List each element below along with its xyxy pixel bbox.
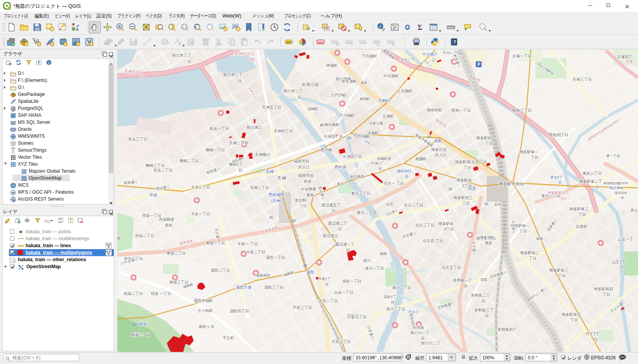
svg-text:目: 目 [298,95,302,99]
svg-text:丁目: 丁目 [558,274,566,278]
svg-text:天神北出口: 天神北出口 [124,69,144,74]
svg-text:福岡市役: 福岡市役 [298,173,314,178]
svg-text:博多駅前: 博多駅前 [456,178,472,182]
svg-text:大宮一丁目: 大宮一丁目 [319,299,338,303]
svg-text:清川二丁目: 清川二丁目 [392,286,411,290]
svg-text:博多駅東一: 博多駅東一 [519,150,539,154]
svg-text:比恵町: 比恵町 [576,224,588,229]
svg-text:大宮二丁目: 大宮二丁目 [331,340,351,344]
svg-text:2丁目: 2丁目 [462,184,472,188]
svg-text:ε: ε [45,218,47,223]
svg-text:祇園町: 祇園町 [415,157,427,161]
svg-text:所入口: 所入口 [298,165,310,169]
svg-text:舞鶴一丁目: 舞鶴一丁目 [206,148,225,152]
svg-text:住吉四 丁目: 住吉四 丁目 [423,239,444,243]
svg-text:福岡市役: 福岡市役 [294,159,309,163]
svg-text:編集(E): 編集(E) [34,13,49,19]
svg-text:プラグイン(P): プラグイン(P) [118,13,140,19]
svg-text:中呉服町: 中呉服町 [383,74,399,78]
svg-text:天神四丁目: 天神四丁目 [274,129,293,133]
svg-text:空港通: 空港通 [599,50,609,50]
svg-text:赤坂郵便: 赤坂郵便 [159,217,174,222]
svg-text:博多駅前: 博多駅前 [438,222,454,226]
svg-text:目: 目 [485,314,489,318]
svg-text:目: 目 [332,209,336,213]
svg-text:局前: 局前 [165,223,172,227]
svg-text:網場町: 網場町 [360,97,370,101]
svg-text:古小烏町: 古小烏町 [198,309,213,313]
svg-text:堅粕四丁目: 堅粕四丁目 [549,133,569,137]
svg-text:神屋町: 神屋町 [326,63,338,68]
svg-text:春吉三丁目: 春吉三丁目 [351,191,371,196]
svg-text:203: 203 [560,196,566,200]
svg-text:abc: abc [347,41,351,43]
svg-text:住吉三丁目: 住吉三丁目 [415,223,435,227]
svg-text:住吉: 住吉 [386,202,394,206]
svg-text:東光2丁: 東光2丁 [550,175,563,179]
svg-text:千代二丁: 千代二丁 [400,58,414,62]
svg-text:署前: 署前 [485,241,492,245]
svg-text:丁目: 丁目 [602,292,610,296]
svg-text:警固三丁目: 警固三丁目 [169,280,189,284]
svg-text:abc: abc [286,40,291,44]
svg-text:4丁目: 4丁目 [444,227,454,231]
svg-text:目: 目 [482,299,485,303]
svg-text:山王一丁: 山王一丁 [618,237,633,241]
svg-text:丁目: 丁目 [578,212,586,217]
svg-text:柳橋: 柳橋 [380,252,387,256]
svg-text:データベース(D): データベース(D) [190,13,216,19]
svg-text:薬院四丁目: 薬院四丁目 [230,309,249,313]
svg-text:abc: abc [388,41,393,43]
svg-text:博多駅東三: 博多駅東三 [569,207,589,211]
svg-text:長浜二丁目: 長浜二丁目 [153,168,173,172]
svg-text:豊一丁目: 豊一丁目 [606,154,620,158]
svg-text:中央警察: 中央警察 [301,187,316,191]
svg-text:(天神): (天神) [271,199,282,203]
svg-text:祇園町西: 祇園町西 [377,157,391,161]
svg-text:目: 目 [239,168,243,172]
svg-text:目: 目 [558,180,562,184]
svg-text:住吉一 丁目: 住吉一 丁目 [384,181,404,185]
svg-text:蔵本: 蔵本 [361,81,368,85]
svg-text:春吉橋西: 春吉橋西 [350,175,364,179]
svg-text:櫛田神社: 櫛田神社 [397,169,411,173]
svg-text:岡高等学: 岡高等学 [615,191,627,195]
svg-text:渡辺通4: 渡辺通4 [295,198,307,202]
svg-text:博多駅南二: 博多駅南二 [520,251,539,255]
svg-text:博多消防: 博多消防 [480,236,494,239]
svg-text:白金二丁目: 白金二丁目 [347,315,367,319]
svg-text:桜坂: 桜坂 [139,322,147,326]
svg-text:那の川一丁: 那の川一丁 [410,331,430,335]
svg-text:目: 目 [464,284,468,288]
svg-text:薬院二丁目: 薬院二丁目 [211,268,230,272]
svg-text:プロジェクト(J): プロジェクト(J) [4,13,28,19]
svg-text:丁目: 丁目 [519,229,527,233]
svg-text:春吉二丁目: 春吉二丁目 [357,210,376,215]
svg-text:住吉二丁目: 住吉二丁目 [404,203,423,207]
svg-text:薬院三丁目: 薬院三丁目 [264,285,284,289]
svg-text:高砂一丁目: 高砂一丁目 [342,279,362,283]
svg-text:目: 目 [596,185,600,189]
svg-text:千代一丁目: 千代一丁目 [442,51,462,55]
svg-text:春吉: 春吉 [337,182,344,186]
svg-text:博多駅東入口: 博多駅東入口 [548,191,569,195]
svg-text:宮島: 宮島 [480,278,487,282]
svg-text:目: 目 [338,227,342,231]
svg-text:ベクタ(O): ベクタ(O) [146,13,162,19]
svg-text:赤坂二丁目: 赤坂二丁目 [135,234,154,238]
svg-text:博多区役: 博多区役 [431,147,447,152]
svg-text:口: 口 [432,58,435,62]
svg-text:abc: abc [361,41,365,43]
svg-text:那の津二丁: 那の津二丁 [223,73,243,77]
svg-text:目: 目 [238,79,242,83]
svg-text:中洲中島町: 中洲中島町 [320,123,340,127]
svg-text:目: 目 [325,283,329,286]
svg-text:堅粕三丁目: 堅粕三丁目 [512,108,532,113]
svg-text:舞鶴三丁目: 舞鶴三丁目 [146,163,165,168]
svg-text:校・東福: 校・東福 [610,186,623,190]
svg-text:所入口: 所入口 [435,153,447,157]
svg-text:渡辺通北: 渡辺通北 [322,234,338,238]
svg-text:桜坂三丁目: 桜坂三丁目 [131,333,151,337]
svg-text:天神: 天神 [265,169,274,174]
svg-text:薬院伊福町: 薬院伊福町 [194,298,213,303]
